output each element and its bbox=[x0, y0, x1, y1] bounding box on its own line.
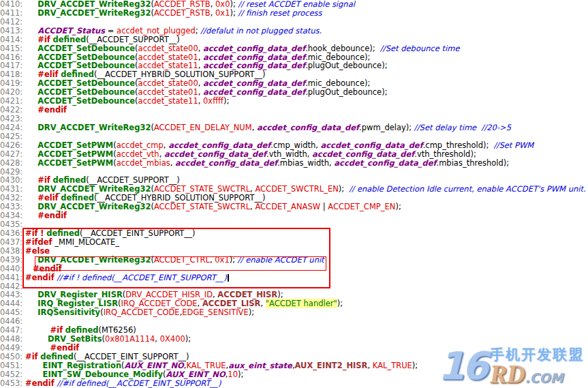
code-line[interactable]: 0428: ACCDET_SetPWM(accdet_mbias, accdet… bbox=[0, 159, 588, 168]
code-line[interactable]: 0445: IRQSensitivity(IRQ_ACCDET_CODE,EDG… bbox=[0, 308, 588, 317]
code-segment: #endif bbox=[25, 273, 55, 282]
code-segment: accdet_config_data_def bbox=[203, 44, 305, 53]
code-area[interactable]: 0410: DRV_ACCDET_WriteReg32(ACCDET_RSTB,… bbox=[0, 0, 588, 388]
code-segment: ACCDET_SetDebounce bbox=[37, 53, 135, 62]
code-segment: accdet_state01 bbox=[138, 53, 198, 62]
code-segment: ACCDET_SetDebounce bbox=[37, 61, 135, 70]
code-segment: #endif bbox=[25, 378, 55, 388]
line-number: 0424: bbox=[0, 123, 25, 132]
code-segment: accdet_config_data_def bbox=[312, 149, 414, 159]
code-segment: defined bbox=[53, 35, 87, 44]
code-segment: , bbox=[198, 299, 202, 308]
code-line-content: DRV_ACCDET_WriteReg32(ACCDET_EN_DELAY_NU… bbox=[25, 123, 511, 132]
code-segment: | bbox=[320, 202, 328, 211]
code-line[interactable]: 0421: ACCDET_SetDebounce(accdet_state11,… bbox=[0, 97, 588, 106]
code-segment: 10 bbox=[228, 370, 238, 379]
code-segment: accdet_config_data_def bbox=[175, 158, 277, 168]
line-number: 0448: bbox=[0, 335, 25, 344]
watermark-logo: 16 手机开发联盟 RD .COM bbox=[438, 347, 584, 385]
code-segment: accdet_state11 bbox=[138, 61, 198, 70]
code-segment: #if bbox=[25, 228, 38, 238]
code-segment: (__ACCDET_SUPPORT__) bbox=[86, 175, 179, 185]
code-segment: DRV_SetBits bbox=[48, 334, 102, 344]
line-number: 0423: bbox=[0, 115, 25, 123]
code-segment: DRV_ACCDET_WriteReg32 bbox=[37, 202, 151, 211]
code-segment: KAL_TRUE bbox=[373, 361, 412, 370]
code-segment: defined bbox=[61, 193, 94, 203]
code-line[interactable]: 0448: DRV_SetBits(0x801A1114, 0X400); bbox=[0, 335, 588, 344]
line-number: 0441: bbox=[0, 273, 25, 282]
code-segment: ); bbox=[337, 299, 343, 308]
code-segment: DRV_ACCDET_HISR_ID bbox=[125, 290, 213, 299]
code-segment: (__ACCDET_HYBRID_SOLUTION_SUPPORT__) bbox=[94, 193, 265, 203]
code-segment: .plugOut_debounce); bbox=[305, 61, 387, 70]
line-number: 0427: bbox=[0, 150, 25, 159]
code-segment: ); bbox=[277, 290, 283, 299]
code-line-content: #endif bbox=[25, 211, 67, 220]
code-segment: , bbox=[159, 149, 164, 159]
code-segment: //#if ! defined(__ACCDET_EINT_SUPPORT__) bbox=[57, 273, 226, 282]
code-line[interactable]: 0437:#ifdef _MMI_MLOCATE_ bbox=[0, 238, 588, 247]
code-segment: , bbox=[198, 53, 203, 62]
code-segment: DRV_ACCDET_WriteReg32 bbox=[37, 255, 151, 265]
code-editor-window: 0410: DRV_ACCDET_WriteReg32(ACCDET_RSTB,… bbox=[0, 0, 588, 388]
logo-16-text: 16 bbox=[438, 347, 486, 385]
code-line-content: #endif bbox=[25, 106, 67, 115]
code-segment: #if bbox=[25, 352, 38, 361]
code-line[interactable]: 0424: DRV_ACCDET_WriteReg32(ACCDET_EN_DE… bbox=[0, 123, 588, 132]
code-segment: .plugOut_debounce); bbox=[305, 87, 387, 97]
code-segment: ACCDET_STATE_SWCTRL bbox=[154, 202, 250, 211]
code-segment: ); bbox=[230, 255, 238, 265]
line-number: 0452: bbox=[0, 370, 25, 379]
code-segment: ACCDET_CMP_EN bbox=[328, 202, 395, 211]
line-number: 0426: bbox=[0, 141, 25, 150]
code-segment: accdet_state00 bbox=[138, 44, 198, 53]
code-segment: accdet_config_data_def bbox=[334, 158, 436, 168]
code-segment: #elif bbox=[37, 193, 58, 203]
code-segment: #elif bbox=[37, 70, 58, 79]
code-segment: .mbias_width, bbox=[277, 158, 334, 168]
code-segment: accdet_config_data_def bbox=[203, 53, 305, 62]
code-segment: , bbox=[260, 299, 265, 308]
code-segment: KAL_TRUE bbox=[187, 361, 226, 370]
code-segment: ); bbox=[339, 184, 350, 194]
line-number: 0437: bbox=[0, 238, 25, 247]
line-number: 0440: bbox=[0, 265, 25, 273]
line-number: 0453: bbox=[0, 379, 25, 388]
line-number: 0415: bbox=[0, 44, 25, 53]
code-segment: .hook_debounce); bbox=[305, 44, 380, 53]
code-segment: .mic_debounce); bbox=[305, 78, 370, 88]
code-segment: 0X400 bbox=[160, 334, 185, 344]
code-line[interactable]: 0422: #endif bbox=[0, 106, 588, 115]
code-segment: defined bbox=[40, 352, 74, 361]
code-line-content: DRV_ACCDET_WriteReg32(ACCDET_CTRL, 0x1);… bbox=[25, 256, 324, 265]
line-number: 0449: bbox=[0, 344, 25, 353]
code-segment: defined bbox=[65, 325, 99, 335]
line-number: 0411: bbox=[0, 9, 25, 18]
code-segment: 0x1 bbox=[215, 255, 229, 265]
code-segment: ); bbox=[185, 334, 191, 344]
code-segment: (__ACCDET_HYBRID_SOLUTION_SUPPORT__) bbox=[94, 70, 265, 79]
code-segment: // enable Detection Idle current, enable… bbox=[349, 184, 585, 194]
code-segment: , bbox=[198, 87, 203, 97]
code-line[interactable]: 0439: DRV_ACCDET_WriteReg32(ACCDET_CTRL,… bbox=[0, 256, 588, 265]
code-segment: ACCDET_LISR bbox=[202, 299, 261, 308]
code-segment: IRQ_Register_LISR bbox=[37, 299, 118, 308]
code-segment: 0x1 bbox=[215, 8, 230, 18]
code-segment: accdet_state11 bbox=[138, 96, 198, 106]
code-line[interactable]: 0441:#endif //#if ! defined(__ACCDET_EIN… bbox=[0, 273, 588, 282]
code-segment: (MT6256) bbox=[99, 325, 136, 335]
code-line[interactable]: 0411: DRV_ACCDET_WriteReg32(ACCDET_RSTB,… bbox=[0, 9, 588, 18]
code-segment: accdet_vth bbox=[117, 149, 159, 159]
code-segment: .cmp_width, bbox=[270, 140, 320, 150]
code-line-content: #endif //#if defined(__ACCDET_EINT_SUPPO… bbox=[25, 379, 221, 388]
code-segment: accdet_config_data_def bbox=[203, 78, 305, 88]
code-segment: #ifdef bbox=[25, 237, 52, 247]
code-line[interactable]: 0433: DRV_ACCDET_WriteReg32(ACCDET_STATE… bbox=[0, 203, 588, 211]
code-segment: ACCDET_SetPWM bbox=[37, 140, 113, 150]
line-number: 0413: bbox=[0, 27, 25, 35]
code-segment: .cmp_threshold); bbox=[423, 140, 494, 150]
code-segment: , bbox=[198, 78, 203, 88]
code-line[interactable]: 0434: #endif bbox=[0, 211, 588, 220]
code-segment: defined bbox=[61, 70, 94, 79]
